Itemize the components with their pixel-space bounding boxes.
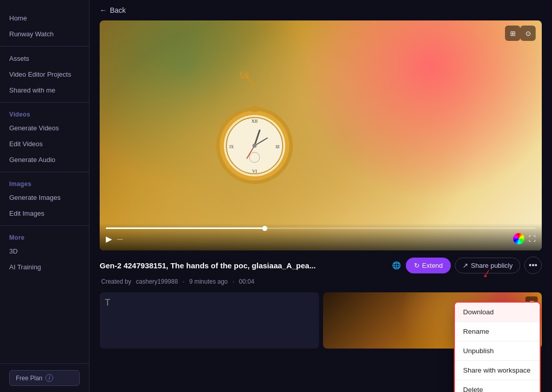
watch-illustration: XII III VI IX [198,72,311,199]
sidebar-item-runway-watch[interactable]: Runway Watch [0,26,89,42]
dropdown-item-unpublish[interactable]: Unpublish [455,341,540,360]
text-icon: T [105,297,110,308]
share-icon: ↗ [463,262,468,269]
sidebar-item-video-editor-projects[interactable]: Video Editor Projects [0,66,89,82]
sidebar-item-assets[interactable]: Assets [0,51,89,66]
more-icon: ••• [529,261,538,270]
camera-icon-btn[interactable]: ⊙ [520,26,536,41]
free-plan-button[interactable]: Free Plan i [9,370,80,386]
expand-icon: ⊞ [510,30,516,37]
back-button[interactable]: ← Back [100,6,126,14]
back-label: Back [110,6,126,14]
sidebar-item-shared-with-me[interactable]: Shared with me [0,82,89,98]
share-publicly-button[interactable]: ↗ Share publicly [455,258,520,273]
progress-dot [262,226,267,231]
more-options-button[interactable]: ••• [524,257,542,274]
thumbnail-text[interactable]: T [100,292,319,349]
sidebar-item-edit-images[interactable]: Edit Images [0,205,89,221]
sidebar-item-generate-videos[interactable]: Generate Videos [0,120,89,136]
duration: 00:04 [239,278,255,285]
topbar: ← Back [89,0,552,20]
dropdown-item-rename[interactable]: Rename [455,322,540,341]
sidebar-divider-4 [0,225,89,226]
sidebar-divider-2 [0,102,89,103]
video-frame: XII III VI IX [100,20,542,250]
main-content: ← Back XII III VI IX [89,0,552,392]
extend-label: Extend [422,262,443,269]
section-label-more: More [0,230,89,243]
action-buttons: ↻ Extend ↗ Share publicly ••• [406,257,542,274]
svg-text:VI: VI [252,169,257,174]
controls-left: ▶ — [106,234,123,244]
controls-row: ▶ — ⛶ [106,233,536,244]
extend-button[interactable]: ↻ Extend [406,258,451,273]
sidebar-item-edit-videos[interactable]: Edit Videos [0,136,89,152]
play-button[interactable]: ▶ [106,234,112,244]
sidebar-divider-3 [0,172,89,172]
video-player[interactable]: XII III VI IX ⊞ [100,20,542,250]
video-controls: ▶ — ⛶ [100,223,542,250]
sidebar-item-generate-images[interactable]: Generate Images [0,190,89,205]
meta-row: Created by cashery199988 · 9 minutes ago… [100,278,542,285]
info-row: Gen-2 4247938151, The hands of the poc, … [100,257,542,274]
time-display: — [117,236,123,242]
separator-dot-2: · [233,278,234,285]
sidebar: Home Runway Watch Assets Video Editor Pr… [0,0,89,392]
color-wheel-icon[interactable] [513,233,524,244]
dropdown-item-delete[interactable]: Delete [455,380,540,392]
free-plan-label: Free Plan [16,375,42,382]
sidebar-bottom: Free Plan i [0,363,89,392]
section-label-videos: Videos [0,107,89,120]
fullscreen-button[interactable]: ⛶ [528,235,536,243]
extend-icon: ↻ [414,262,420,269]
dropdown-menu: Download Rename Unpublish Share with wor… [454,302,541,392]
time-ago: 9 minutes ago [189,278,227,285]
dropdown-item-share-workspace[interactable]: Share with workspace [455,361,540,380]
sidebar-item-3d[interactable]: 3D [0,243,89,259]
expand-icon-btn[interactable]: ⊞ [505,26,520,41]
video-title: Gen-2 4247938151, The hands of the poc, … [100,261,383,270]
sidebar-divider-1 [0,46,89,47]
sidebar-item-home[interactable]: Home [0,10,89,26]
controls-right: ⛶ [513,233,536,244]
svg-point-12 [252,144,257,148]
video-top-icons: ⊞ ⊙ [100,26,542,41]
progress-fill [106,227,265,229]
created-by-label: Created by [101,278,131,285]
camera-icon: ⊙ [525,30,531,37]
username: cashery199988 [136,278,178,285]
svg-text:XII: XII [251,119,258,124]
dropdown-item-download[interactable]: Download [455,303,540,321]
info-icon[interactable]: i [45,374,53,382]
svg-text:III: III [275,145,280,149]
section-label-images: Images [0,176,89,190]
separator-dot: · [182,278,184,285]
sidebar-item-generate-audio[interactable]: Generate Audio [0,152,89,168]
svg-text:IX: IX [229,145,234,149]
progress-bar[interactable] [106,227,536,229]
globe-icon[interactable]: 🌐 [392,261,401,269]
share-label: Share publicly [471,262,513,269]
back-arrow-icon: ← [100,6,107,14]
sidebar-item-ai-training[interactable]: AI Training [0,259,89,275]
